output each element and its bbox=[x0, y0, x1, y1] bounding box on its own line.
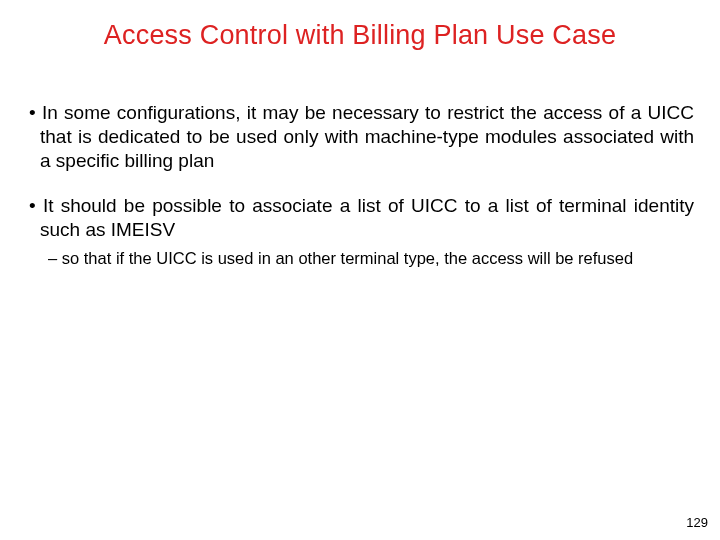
slide-title: Access Control with Billing Plan Use Cas… bbox=[40, 20, 680, 51]
bullet-item: It should be possible to associate a lis… bbox=[26, 194, 694, 242]
slide: Access Control with Billing Plan Use Cas… bbox=[0, 0, 720, 540]
bullet-list: In some configurations, it may be necess… bbox=[0, 101, 720, 268]
sub-bullet-item: so that if the UICC is used in an other … bbox=[26, 248, 694, 269]
page-number: 129 bbox=[686, 515, 708, 530]
bullet-item: In some configurations, it may be necess… bbox=[26, 101, 694, 172]
